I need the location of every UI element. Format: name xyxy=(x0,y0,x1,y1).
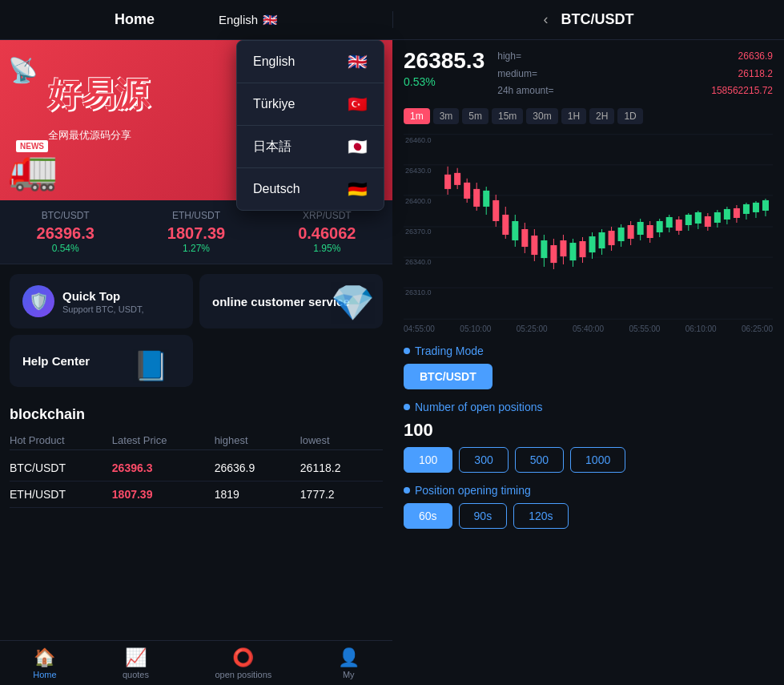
lang-deutsch[interactable]: Deutsch 🇩🇪 xyxy=(237,168,384,210)
bottom-nav-home[interactable]: 🏠 Home xyxy=(33,647,56,679)
bottom-nav-positions-label: open positions xyxy=(215,670,271,679)
chart-change: 0.53% xyxy=(404,75,484,88)
chart-price-main: 26385.3 xyxy=(404,48,484,74)
nav-back-arrow[interactable]: ‹ xyxy=(544,11,549,28)
chart-amount-val: 158562215.72 xyxy=(711,83,773,100)
svg-rect-28 xyxy=(512,221,518,240)
pos-btn-100[interactable]: 100 xyxy=(404,447,452,473)
time-btn-2h[interactable]: 2H xyxy=(589,108,614,124)
pos-btn-500[interactable]: 500 xyxy=(515,447,564,473)
svg-rect-58 xyxy=(657,221,663,232)
svg-rect-70 xyxy=(714,212,721,223)
trading-panel: Trading Mode BTC/USDT Number of open pos… xyxy=(392,335,784,538)
positions-icon: ⭕ xyxy=(232,647,254,668)
flag-english: 🇬🇧 xyxy=(348,52,368,71)
quick-top-title: Quick Top xyxy=(62,289,143,303)
banner-cn-text: 好易源 xyxy=(48,72,149,117)
ticker-eth[interactable]: ETH/USDT 1807.39 1.27% xyxy=(131,210,261,254)
timing-btn-90s[interactable]: 90s xyxy=(459,503,508,529)
online-customer-btn[interactable]: online customer service 💎 xyxy=(199,274,383,328)
chart-medium-label: medium= xyxy=(497,66,553,83)
row-btc-price: 26396.3 xyxy=(112,461,211,474)
ticker-eth-pair: ETH/USDT xyxy=(131,210,261,221)
help-center-btn[interactable]: Help Center 📘 xyxy=(10,335,193,387)
svg-rect-56 xyxy=(647,225,653,238)
svg-rect-42 xyxy=(579,241,585,257)
time-btn-30m[interactable]: 30m xyxy=(526,108,557,124)
ticker-btc[interactable]: BTC/USDT 26396.3 0.54% xyxy=(0,210,131,254)
bottom-nav-quotes-label: quotes xyxy=(123,670,149,679)
ticker-xrp-change: 1.95% xyxy=(262,243,392,254)
timing-btn-60s[interactable]: 60s xyxy=(404,503,452,529)
chart-medium-val: 26118.2 xyxy=(711,66,773,83)
pos-btn-300[interactable]: 300 xyxy=(459,447,508,473)
ticker-xrp[interactable]: XRP/USDT 0.46062 1.95% xyxy=(262,210,392,254)
3d-gem-icon: 💎 xyxy=(331,282,375,324)
time-btn-5m[interactable]: 5m xyxy=(462,108,488,124)
time-btn-1m[interactable]: 1m xyxy=(404,108,430,124)
quick-top-text: Quick Top Support BTC, USDT, xyxy=(62,289,143,314)
svg-text:26460.0: 26460.0 xyxy=(405,136,432,144)
svg-rect-68 xyxy=(705,216,711,227)
ticker-eth-change: 1.27% xyxy=(131,243,261,254)
svg-rect-78 xyxy=(753,203,759,212)
svg-rect-76 xyxy=(743,204,750,214)
x-label-3: 05:25:00 xyxy=(517,324,548,333)
svg-rect-26 xyxy=(502,215,509,235)
timing-btn-120s[interactable]: 120s xyxy=(513,503,568,529)
nav-home-label[interactable]: Home xyxy=(115,11,155,28)
table-row[interactable]: ETH/USDT 1807.39 1819 1777.2 xyxy=(10,482,383,508)
lang-turkiye-label: Türkiye xyxy=(253,97,295,111)
table-row[interactable]: BTC/USDT 26396.3 26636.9 26118.2 xyxy=(10,455,383,482)
svg-rect-72 xyxy=(724,209,730,220)
nav-pair-title: BTC/USDT xyxy=(561,11,634,28)
bottom-nav-my[interactable]: 👤 My xyxy=(338,647,360,679)
bottom-nav-quotes[interactable]: 📈 quotes xyxy=(123,647,149,679)
quick-top-btn[interactable]: 🛡️ Quick Top Support BTC, USDT, xyxy=(10,274,193,328)
time-btn-15m[interactable]: 15m xyxy=(492,108,523,124)
time-btn-3m[interactable]: 3m xyxy=(433,108,460,124)
x-label-5: 05:55:00 xyxy=(629,324,660,333)
chart-stats-values: 26636.9 26118.2 158562215.72 xyxy=(711,48,773,100)
ticker-xrp-price: 0.46062 xyxy=(262,224,392,243)
flag-turkiye: 🇹🇷 xyxy=(348,95,368,114)
row-btc-pair: BTC/USDT xyxy=(10,461,109,474)
chart-header: 26385.3 0.53% high= medium= 24h amount= … xyxy=(392,40,784,105)
time-btn-1h[interactable]: 1H xyxy=(561,108,586,124)
help-center-title: Help Center xyxy=(22,354,90,368)
bottom-nav-my-label: My xyxy=(343,670,355,679)
shield-icon: 🛡️ xyxy=(22,285,54,317)
svg-rect-22 xyxy=(483,191,489,207)
truck-icon: 🚛 xyxy=(8,146,58,192)
lang-japanese[interactable]: 日本語 🇯🇵 xyxy=(237,126,384,168)
quick-buttons-grid: 🛡️ Quick Top Support BTC, USDT, online c… xyxy=(0,264,392,397)
table-header: Hot Product Latest Price highest lowest xyxy=(10,431,383,450)
positions-section: Number of open positions xyxy=(404,401,773,413)
nav-lang-selector[interactable]: English 🇬🇧 xyxy=(219,13,278,27)
lang-english-label: English xyxy=(253,54,295,69)
ticker-xrp-pair: XRP/USDT xyxy=(262,210,392,221)
chart-amount-label: 24h amount= xyxy=(497,83,553,100)
lang-english[interactable]: English 🇬🇧 xyxy=(237,41,384,83)
chart-stats-labels: high= medium= 24h amount= xyxy=(497,48,553,100)
svg-rect-64 xyxy=(685,215,692,225)
nav-left: Home English 🇬🇧 xyxy=(0,11,392,28)
lang-turkiye[interactable]: Türkiye 🇹🇷 xyxy=(237,83,384,126)
svg-rect-40 xyxy=(569,243,576,260)
pos-btn-1000[interactable]: 1000 xyxy=(570,447,625,473)
x-label-1: 04:55:00 xyxy=(404,324,435,333)
row-eth-lowest: 1777.2 xyxy=(300,488,383,501)
svg-rect-48 xyxy=(609,231,615,245)
svg-rect-52 xyxy=(628,225,634,239)
svg-rect-54 xyxy=(637,222,644,235)
svg-rect-66 xyxy=(695,212,702,224)
trading-mode-button[interactable]: BTC/USDT xyxy=(404,364,493,389)
svg-rect-36 xyxy=(550,245,557,263)
quick-top-subtitle: Support BTC, USDT, xyxy=(62,304,143,314)
online-customer-title: online customer service xyxy=(212,295,350,308)
bottom-nav-positions[interactable]: ⭕ open positions xyxy=(215,647,271,679)
svg-text:26340.0: 26340.0 xyxy=(405,258,432,266)
time-btn-1d[interactable]: 1D xyxy=(617,108,642,124)
chart-high-label: high= xyxy=(497,48,553,66)
main-layout: 📡 好易源 全网最优源码分享 NEWS 🚛 BTC/USDT 26396.3 0… xyxy=(0,40,784,640)
